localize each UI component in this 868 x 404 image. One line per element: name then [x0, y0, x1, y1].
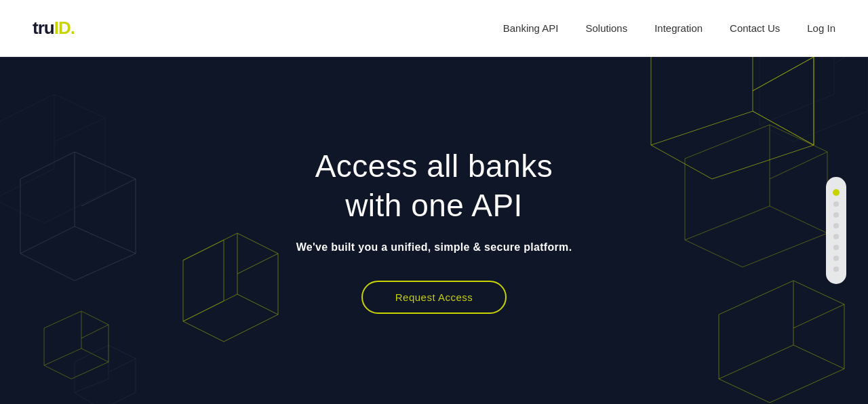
hero-section: Access all banks with one API We've buil… [0, 57, 868, 404]
scroll-dot-5[interactable] [833, 234, 839, 239]
svg-line-3 [75, 226, 136, 254]
scroll-dot-7[interactable] [833, 256, 839, 261]
logo-dot: . [71, 18, 75, 39]
svg-line-25 [770, 206, 827, 233]
main-nav: Banking API Solutions Integration Contac… [503, 22, 835, 34]
svg-line-23 [770, 152, 827, 179]
scroll-dot-2[interactable] [833, 201, 839, 207]
svg-line-10 [44, 348, 81, 365]
svg-line-7 [237, 294, 278, 315]
svg-line-2 [20, 226, 75, 254]
scroll-indicator [826, 177, 846, 284]
scroll-dot-1[interactable] [833, 189, 840, 196]
svg-line-32 [760, 94, 834, 125]
hero-title-line1: Access all banks [315, 148, 553, 184]
svg-line-27 [793, 304, 844, 328]
svg-line-24 [685, 206, 770, 240]
svg-line-5 [237, 254, 278, 274]
cubes-left-decoration [0, 57, 305, 404]
svg-line-28 [719, 345, 793, 379]
request-access-button[interactable]: Request Access [361, 281, 507, 314]
hero-title: Access all banks with one API [315, 147, 553, 225]
scroll-dot-4[interactable] [833, 223, 839, 228]
svg-line-13 [108, 359, 136, 372]
hero-title-line2: with one API [345, 188, 523, 223]
svg-line-1 [81, 179, 136, 206]
header: truID. Banking API Solutions Integration… [0, 0, 868, 57]
svg-line-31 [834, 57, 868, 64]
nav-integration[interactable]: Integration [654, 22, 703, 34]
logo[interactable]: truID. [33, 18, 75, 39]
hero-subtitle: We've built you a unified, simple & secu… [296, 241, 572, 254]
scroll-dot-8[interactable] [833, 266, 839, 272]
svg-line-9 [81, 325, 108, 338]
svg-line-14 [75, 379, 108, 392]
svg-line-17 [0, 169, 54, 199]
svg-line-29 [793, 345, 844, 369]
nav-solutions[interactable]: Solutions [585, 22, 627, 34]
svg-line-11 [81, 348, 108, 362]
scroll-dot-3[interactable] [833, 212, 839, 218]
nav-banking-api[interactable]: Banking API [503, 22, 559, 34]
svg-line-16 [54, 118, 105, 142]
svg-line-20 [651, 111, 753, 145]
logo-tru: tru [33, 18, 54, 39]
cubes-right-decoration [529, 57, 868, 404]
hero-content: Access all banks with one API We've buil… [296, 147, 572, 314]
scroll-dot-6[interactable] [833, 245, 839, 250]
logo-id: ID [54, 18, 71, 39]
nav-contact-us[interactable]: Contact Us [730, 22, 780, 34]
nav-login[interactable]: Log In [807, 22, 835, 34]
